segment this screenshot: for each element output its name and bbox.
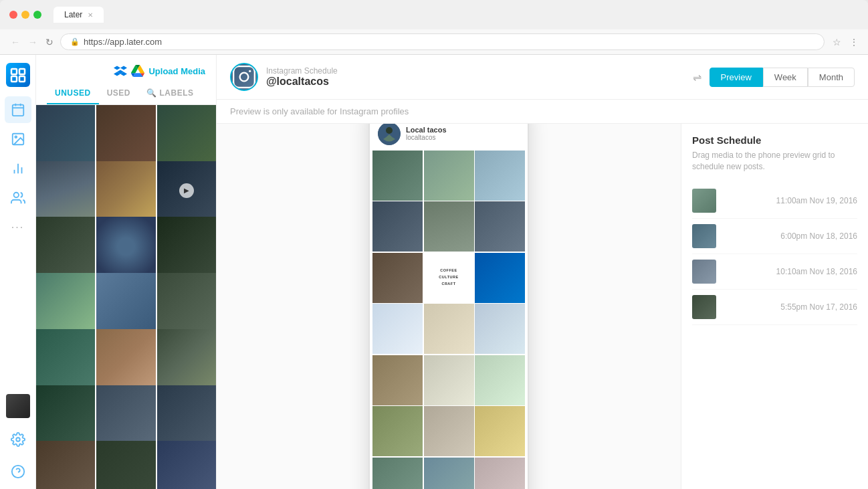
upload-media-button[interactable]: Upload Media xyxy=(148,66,205,76)
week-button[interactable]: Week xyxy=(763,68,808,87)
media-thumb[interactable] xyxy=(36,385,95,444)
tab-item[interactable]: Later ✕ xyxy=(53,7,104,23)
phone-grid: COFFEECULTURECRAFT xyxy=(372,151,525,490)
refresh-button[interactable]: ↻ xyxy=(44,35,55,49)
media-thumb[interactable] xyxy=(157,329,216,388)
media-thumb[interactable] xyxy=(36,273,95,332)
tab-bar: Later ✕ xyxy=(53,7,859,23)
media-thumb[interactable] xyxy=(96,161,155,220)
dropbox-icon xyxy=(114,64,127,78)
maximize-button[interactable] xyxy=(33,11,41,19)
phone-thumb xyxy=(475,304,525,354)
phone-thumb xyxy=(372,253,423,303)
svg-point-21 xyxy=(386,127,393,134)
phone-profile: Local tacos localtacos xyxy=(372,124,525,151)
traffic-lights xyxy=(9,11,41,19)
phone-thumb xyxy=(372,201,423,252)
media-thumb[interactable] xyxy=(96,385,155,444)
schedule-item: 5:55pm Nov 17, 2016 xyxy=(692,290,857,325)
address-bar-container: ← → ↻ 🔒 https://app.later.com ☆ ⋮ xyxy=(0,29,868,55)
sidebar-item-help[interactable] xyxy=(5,458,31,485)
media-thumb[interactable] xyxy=(157,273,216,332)
media-thumb[interactable] xyxy=(36,161,95,220)
sidebar: ··· xyxy=(0,55,36,489)
svg-rect-4 xyxy=(12,105,23,116)
url-text: https://app.later.com xyxy=(84,37,162,47)
schedule-item: 6:00pm Nov 18, 2016 xyxy=(692,219,857,254)
media-thumb[interactable] xyxy=(157,441,216,489)
media-thumb[interactable] xyxy=(157,105,216,164)
svg-rect-0 xyxy=(11,69,17,74)
phone-thumb xyxy=(424,304,474,354)
gdrive-icon xyxy=(131,64,144,78)
svg-point-9 xyxy=(15,136,17,138)
back-button[interactable]: ← xyxy=(9,35,21,49)
svg-point-14 xyxy=(16,437,20,442)
sidebar-item-analytics[interactable] xyxy=(5,155,31,182)
svg-point-13 xyxy=(13,193,18,197)
media-thumb[interactable]: ▶ xyxy=(157,161,216,220)
media-thumb[interactable] xyxy=(157,217,216,276)
phone-thumb xyxy=(372,355,423,405)
schedule-thumb xyxy=(692,224,716,248)
tab-used[interactable]: USED xyxy=(99,83,138,104)
phone-thumb xyxy=(372,151,423,201)
tab-close-icon[interactable]: ✕ xyxy=(88,11,93,19)
sidebar-item-users[interactable] xyxy=(5,185,31,211)
phone-thumb xyxy=(475,151,525,201)
month-button[interactable]: Month xyxy=(808,68,855,87)
tab-unused[interactable]: UNUSED xyxy=(47,83,99,104)
titlebar: Later ✕ xyxy=(0,0,868,29)
media-thumb[interactable] xyxy=(96,217,155,276)
browser-menu-icon[interactable]: ⋮ xyxy=(849,37,859,47)
shuffle-icon[interactable]: ⇌ xyxy=(693,71,701,84)
sidebar-item-media[interactable] xyxy=(5,126,31,153)
forward-button[interactable]: → xyxy=(27,35,39,49)
sidebar-item-settings[interactable] xyxy=(5,426,31,453)
media-thumb[interactable] xyxy=(36,329,95,388)
svg-rect-1 xyxy=(19,69,25,74)
close-button[interactable] xyxy=(9,11,17,19)
media-thumb[interactable] xyxy=(96,273,155,332)
svg-rect-2 xyxy=(11,76,17,82)
phone-mockup: Local tacos localtacos COFFEECULTURECRAF… xyxy=(368,124,529,489)
media-thumb[interactable] xyxy=(36,217,95,276)
bookmark-icon[interactable]: ☆ xyxy=(833,37,841,47)
phone-thumb xyxy=(475,406,525,456)
phone-thumb xyxy=(475,201,525,252)
minimize-button[interactable] xyxy=(21,11,29,19)
phone-thumb xyxy=(475,355,525,405)
main-content: Instagram Schedule @localtacos ⇌ Preview… xyxy=(217,55,868,489)
schedule-thumb xyxy=(692,189,716,213)
phone-username: Local tacos xyxy=(406,126,447,134)
media-thumb[interactable] xyxy=(96,441,155,489)
sidebar-item-calendar[interactable] xyxy=(5,96,31,123)
schedule-title: Post Schedule xyxy=(692,134,857,146)
media-thumb[interactable] xyxy=(36,441,95,489)
phone-thumb xyxy=(475,253,525,303)
media-thumb[interactable] xyxy=(96,105,155,164)
url-bar[interactable]: 🔒 https://app.later.com xyxy=(60,33,825,50)
media-thumb[interactable] xyxy=(157,385,216,444)
sidebar-item-more[interactable]: ··· xyxy=(5,214,31,241)
more-dots-icon: ··· xyxy=(11,221,24,233)
view-controls: Preview Week Month xyxy=(710,68,855,87)
preview-button[interactable]: Preview xyxy=(710,68,763,87)
phone-thumb xyxy=(424,151,474,201)
svg-rect-3 xyxy=(19,76,25,82)
phone-user-info: Local tacos localtacos xyxy=(406,126,447,141)
media-panel: Upload Media UNUSED USED 🔍 LABELS ▶ xyxy=(36,55,217,489)
media-thumb[interactable] xyxy=(96,329,155,388)
browser-chrome: Later ✕ ← → ↻ 🔒 https://app.later.com ☆ … xyxy=(0,0,868,55)
tab-labels[interactable]: 🔍 LABELS xyxy=(138,83,202,104)
phone-handle: localtacos xyxy=(406,134,447,141)
user-avatar[interactable] xyxy=(6,394,30,418)
account-name: @localtacos xyxy=(266,76,678,88)
svg-point-18 xyxy=(240,73,249,82)
schedule-time: 11:00am Nov 19, 2016 xyxy=(776,196,857,205)
media-panel-header: Upload Media xyxy=(36,55,216,83)
media-thumb[interactable] xyxy=(36,105,95,164)
account-avatar xyxy=(230,63,258,91)
schedule-time: 10:10am Nov 18, 2016 xyxy=(776,267,857,276)
phone-thumb xyxy=(372,406,423,456)
